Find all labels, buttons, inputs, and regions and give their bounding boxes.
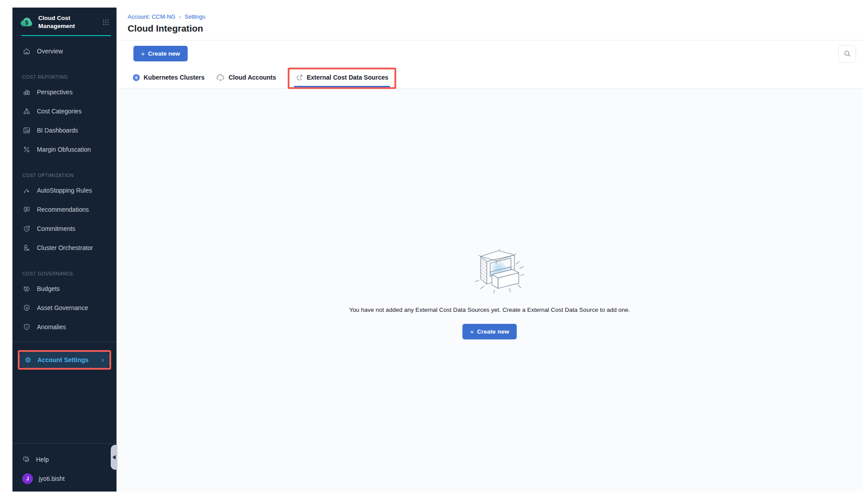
account-settings-annotated: Account Settings › bbox=[18, 350, 111, 370]
section-cost-optimization: COST OPTIMIZATION bbox=[12, 165, 117, 181]
page: $ Cloud Cost Management Overview COST R bbox=[0, 0, 868, 500]
sidebar-item-label: Commitments bbox=[37, 225, 75, 232]
sidebar-item-budgets[interactable]: $ Budgets bbox=[12, 279, 117, 298]
line-dots-icon bbox=[22, 186, 31, 194]
module-accent-divider bbox=[21, 35, 111, 36]
app-title: Cloud Cost Management bbox=[38, 14, 97, 30]
sidebar-item-bi-dashboards[interactable]: BI Dashboards bbox=[12, 121, 117, 140]
sidebar-item-cluster-orchestrator[interactable]: Cluster Orchestrator bbox=[12, 238, 117, 257]
suggestion-bubble-icon bbox=[22, 206, 31, 214]
create-new-label: Create new bbox=[477, 328, 509, 335]
gear-icon bbox=[24, 356, 32, 364]
sidebar-item-account-settings[interactable]: Account Settings › bbox=[20, 352, 109, 368]
chat-question-icon: ? bbox=[22, 456, 30, 464]
sidebar-item-label: Account Settings bbox=[37, 356, 88, 363]
tab-label: Kubernetes Clusters bbox=[144, 74, 205, 81]
cloud-cost-logo-icon: $ bbox=[20, 15, 34, 29]
shield-alert-icon: ! bbox=[22, 323, 31, 331]
sidebar-spacer bbox=[12, 370, 117, 443]
tab-cloud-accounts[interactable]: Cloud Accounts bbox=[216, 67, 276, 88]
cluster-gear-icon bbox=[22, 244, 31, 252]
launch-arrow-icon bbox=[296, 74, 303, 81]
sidebar-item-help[interactable]: ? Help bbox=[12, 450, 117, 469]
sidebar-nav: Overview COST REPORTING Perspectives Cos… bbox=[12, 41, 117, 336]
svg-text:?: ? bbox=[25, 457, 27, 460]
sidebar-item-cost-categories[interactable]: Cost Categories bbox=[12, 101, 117, 121]
empty-create-new-button[interactable]: + Create new bbox=[462, 324, 517, 339]
sidebar-item-anomalies[interactable]: ! Anomalies bbox=[12, 317, 117, 336]
sidebar-item-label: Cluster Orchestrator bbox=[37, 244, 93, 251]
sidebar: $ Cloud Cost Management Overview COST R bbox=[12, 8, 117, 492]
collapse-arrow-icon bbox=[113, 455, 116, 460]
home-icon bbox=[22, 47, 31, 55]
tab-external-annotated: External Cost Data Sources bbox=[288, 67, 397, 88]
breadcrumb-settings-link[interactable]: Settings bbox=[185, 13, 205, 20]
bar-chart-icon bbox=[22, 88, 31, 96]
sidebar-item-user[interactable]: J jyoti.bisht bbox=[12, 469, 117, 488]
help-label: Help bbox=[36, 456, 49, 463]
plus-icon: + bbox=[141, 50, 145, 57]
create-new-label: Create new bbox=[148, 50, 180, 57]
breadcrumb-account-link[interactable]: Account: CCM-NG bbox=[128, 13, 176, 20]
section-cost-reporting: COST REPORTING bbox=[12, 66, 117, 82]
sidebar-item-label: Budgets bbox=[37, 285, 60, 292]
page-header: Account: CCM-NG › Settings Cloud Integra… bbox=[117, 8, 863, 40]
sidebar-header: $ Cloud Cost Management bbox=[12, 8, 117, 30]
avatar: J bbox=[22, 473, 33, 484]
tab-label: Cloud Accounts bbox=[229, 74, 276, 81]
toolbar: + Create new bbox=[117, 40, 863, 67]
shapes-icon bbox=[22, 107, 31, 115]
sidebar-item-label: Cost Categories bbox=[37, 108, 81, 115]
sidebar-item-autostopping-rules[interactable]: AutoStopping Rules bbox=[12, 181, 117, 200]
sidebar-item-label: AutoStopping Rules bbox=[37, 187, 92, 194]
search-button[interactable] bbox=[838, 45, 856, 63]
tab-label: External Cost Data Sources bbox=[307, 74, 389, 81]
tab-external-cost-data-sources[interactable]: External Cost Data Sources bbox=[296, 67, 389, 88]
sidebar-collapse-handle[interactable] bbox=[111, 445, 117, 470]
sidebar-item-label: BI Dashboards bbox=[37, 127, 78, 134]
sidebar-item-label: Anomalies bbox=[37, 323, 66, 331]
sidebar-item-perspectives[interactable]: Perspectives bbox=[12, 82, 117, 101]
sidebar-item-label: Recommendations bbox=[37, 206, 89, 213]
content-area: You have not added any External Cost Dat… bbox=[117, 89, 863, 492]
breadcrumb: Account: CCM-NG › Settings bbox=[128, 13, 852, 20]
open-drawer-illustration bbox=[467, 243, 524, 293]
plus-icon: + bbox=[470, 328, 474, 335]
sidebar-footer: ? Help J jyoti.bisht bbox=[12, 443, 117, 492]
kubernetes-wheel-icon bbox=[133, 74, 140, 81]
main-area: Account: CCM-NG › Settings Cloud Integra… bbox=[117, 8, 863, 492]
cloud-icon bbox=[216, 74, 225, 81]
empty-state: You have not added any External Cost Dat… bbox=[349, 243, 630, 339]
clock-refresh-icon bbox=[22, 225, 31, 233]
svg-text:$: $ bbox=[26, 306, 28, 310]
sidebar-item-margin-obfuscation[interactable]: Margin Obfuscation bbox=[12, 140, 117, 159]
empty-state-message: You have not added any External Cost Dat… bbox=[349, 306, 630, 313]
svg-text:$: $ bbox=[26, 287, 28, 291]
dashboard-image-icon bbox=[22, 126, 31, 134]
sidebar-item-recommendations[interactable]: Recommendations bbox=[12, 200, 117, 219]
piggy-bank-icon: $ bbox=[22, 285, 31, 293]
tab-bar: Kubernetes Clusters Cloud Accounts Exter… bbox=[117, 67, 863, 89]
page-title: Cloud Integration bbox=[128, 23, 852, 34]
sidebar-item-asset-governance[interactable]: $ Asset Governance bbox=[12, 298, 117, 317]
sidebar-item-overview[interactable]: Overview bbox=[12, 41, 117, 60]
chevron-right-icon: › bbox=[101, 355, 104, 364]
percent-icon bbox=[22, 145, 31, 153]
sidebar-item-commitments[interactable]: Commitments bbox=[12, 219, 117, 238]
sidebar-item-label: Margin Obfuscation bbox=[37, 146, 91, 153]
sidebar-item-label: Asset Governance bbox=[37, 304, 88, 311]
tab-kubernetes-clusters[interactable]: Kubernetes Clusters bbox=[133, 67, 205, 88]
svg-text:$: $ bbox=[25, 19, 28, 26]
app-grid-icon[interactable] bbox=[101, 18, 110, 27]
active-tab-underline bbox=[294, 86, 390, 87]
breadcrumb-separator-icon: › bbox=[179, 13, 181, 20]
magnifier-icon bbox=[844, 50, 851, 57]
user-name: jyoti.bisht bbox=[39, 475, 64, 482]
section-cost-governance: COST GOVERNANCE bbox=[12, 263, 117, 279]
app-frame: $ Cloud Cost Management Overview COST R bbox=[12, 8, 863, 492]
svg-text:!: ! bbox=[26, 325, 27, 329]
sidebar-divider bbox=[12, 342, 117, 342]
sidebar-item-label: Perspectives bbox=[37, 89, 72, 96]
create-new-button[interactable]: + Create new bbox=[133, 46, 188, 61]
shield-dollar-icon: $ bbox=[22, 304, 31, 312]
